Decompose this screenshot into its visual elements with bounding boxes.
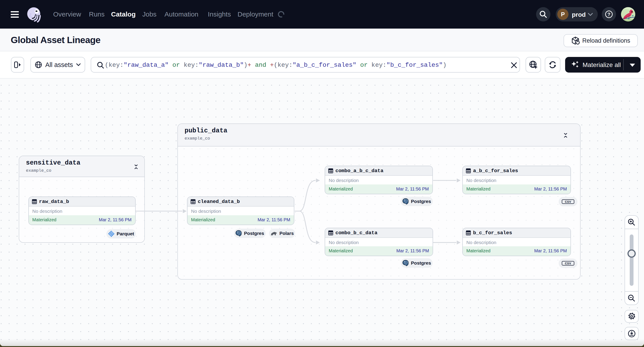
svg-text:?: ?	[607, 11, 610, 17]
